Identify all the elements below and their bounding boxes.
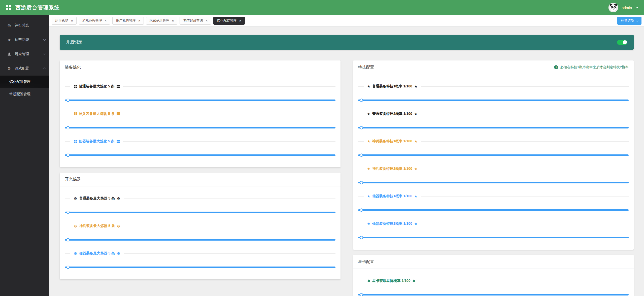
slider-handle[interactable] [360,293,363,296]
star-icon: ★ [414,194,418,198]
card-body: 普通装备最大炼化 5 条 神兵装备最大炼化 5 条 仙器 [60,74,341,167]
slider-handle[interactable] [360,99,363,102]
main-area: 运行总览 × 游戏公告管理 × 推广礼包管理 × 玩家信息管理 × 充值记录查询… [49,15,644,296]
slider-handle[interactable] [360,236,363,239]
tab-refine-config[interactable]: 炼化配置管理 × [213,17,245,25]
tab-close-icon[interactable]: × [138,19,140,22]
app-header: 西游后台管理系统 admin [0,0,644,15]
slider-label-divider: ★ 普通装备特技2概率 1/100 ★ [358,111,629,116]
gear-icon: ⚙ [117,224,120,228]
slider-xianqi-max-refine[interactable] [65,153,335,157]
slider-label-divider: ⚙ 普通装备最大炼器 5 条 ⚙ [65,196,335,201]
tab-close-icon[interactable]: × [71,19,73,22]
slider-star-card-matrix-rate[interactable] [358,293,629,296]
toggle-knob [623,40,627,44]
slider-track [358,127,629,128]
gear-icon: ⚙ [117,252,120,255]
slider-shenbing-max-refine[interactable] [65,126,335,129]
avatar [608,3,618,12]
slider-normal-max-lianqi[interactable] [65,211,335,214]
content-scroll-area[interactable]: 开启锁定 装备炼化 i 普通装备最大炼化 5 条 [49,26,644,296]
slider-shenbing-skill2-rate[interactable] [358,181,629,184]
th-large-icon [117,140,120,143]
star-icon: ★ [414,222,418,225]
slider-handle[interactable] [360,154,363,157]
sidebar-item-operations[interactable]: ★运营功能 [0,32,49,47]
frame: ◎运行总览★运营功能玩家管理⚙游戏配置炼化配置管理常规配置管理 运行总览 × 游… [0,15,644,296]
slider-label-divider: 仙器装备最大炼化 5 条 [65,139,335,144]
star-icon: ★ [367,112,370,116]
slider-label-divider: ★ 普通装备特技1概率 1/100 ★ [358,84,629,89]
slider-shenbing-max-lianqi[interactable] [65,238,335,242]
slider-handle[interactable] [360,209,363,212]
slider-handle[interactable] [66,238,70,242]
tab-close-icon[interactable]: × [172,19,174,22]
tab-promo-packs[interactable]: 推广礼包管理 × [112,17,144,25]
card-note: i 必须在特技1概率命中之后才会判定特技2概率 [554,65,629,70]
sidebar-item-label: 运行总览 [15,23,29,28]
tab-game-announcements[interactable]: 游戏公告管理 × [79,17,110,25]
bell-icon [367,279,370,283]
slider-track [65,212,335,213]
sidebar-item-label: 运营功能 [15,38,29,42]
card-body: ★ 普通装备特技1概率 1/100 ★ ★ 普通装备特技2概率 1/100 ★ [353,74,634,250]
card-header: 星卡配置 i [353,255,634,269]
sidebar: ◎运行总览★运营功能玩家管理⚙游戏配置炼化配置管理常规配置管理 [0,15,49,296]
slider-label-divider: ⚙ 神兵装备最大炼器 5 条 ⚙ [65,223,335,228]
card-body: 星卡获取星阵概率 1/100 [353,269,634,296]
slider-handle[interactable] [360,126,363,129]
star-icon: ★ [367,140,370,143]
slider-group-normal-skill1-rate: ★ 普通装备特技1概率 1/100 ★ [358,84,629,102]
tab-player-info[interactable]: 玩家信息管理 × [146,17,178,25]
tab-options-button[interactable]: 标签选项 [617,17,641,25]
slider-normal-max-refine[interactable] [65,98,335,102]
slider-xianqi-skill2-rate[interactable] [358,236,629,239]
tab-overview[interactable]: 运行总览 × [52,17,77,25]
slider-xianqi-skill1-rate[interactable] [358,208,629,212]
slider-group-shenbing-max-refine: 神兵装备最大炼化 5 条 [65,111,335,129]
slider-label: 仙器装备特技2概率 1/100 [372,221,412,226]
slider-handle[interactable] [66,266,70,269]
tab-close-icon[interactable]: × [206,19,208,22]
slider-normal-skill2-rate[interactable] [358,126,629,129]
slider-group-xianqi-max-lianqi: ⚙ 仙器装备最大炼器 5 条 ⚙ [65,251,335,269]
card-note-text: 必须在特技1概率命中之后才会判定特技2概率 [560,65,629,70]
card-body: ⚙ 普通装备最大炼器 5 条 ⚙ ⚙ 神兵装备最大炼器 5 条 ⚙ [60,186,341,279]
gear-icon: ⚙ [74,197,77,201]
slider-xianqi-max-lianqi[interactable] [65,266,335,269]
slider-shenbing-skill1-rate[interactable] [358,153,629,157]
user-menu[interactable]: admin [608,3,638,12]
tab-bar: 运行总览 × 游戏公告管理 × 推广礼包管理 × 玩家信息管理 × 充值记录查询… [49,15,644,26]
sidebar-subitem-refine-config[interactable]: 炼化配置管理 [0,76,49,88]
sidebar-subitem-general-config[interactable]: 常规配置管理 [0,88,49,100]
star-icon: ★ [7,38,12,42]
tab-close-icon[interactable]: × [239,19,241,22]
sidebar-item-overview[interactable]: ◎运行总览 [0,18,49,32]
app-title: 西游后台管理系统 [15,4,60,11]
slider-label: 星卡获取星阵概率 1/100 [372,279,411,283]
slider-normal-skill1-rate[interactable] [358,98,629,102]
slider-handle[interactable] [66,211,70,214]
slider-label: 普通装备最大炼化 5 条 [79,84,115,89]
slider-group-xianqi-skill1-rate: ★ 仙器装备特技1概率 1/100 ★ [358,194,629,212]
lock-banner-label: 开启锁定 [66,40,82,45]
tab-label: 游戏公告管理 [82,18,102,23]
slider-label-divider: ★ 仙器装备特技1概率 1/100 ★ [358,194,629,199]
slider-handle[interactable] [66,99,70,102]
slider-handle[interactable] [66,154,70,157]
slider-group-normal-skill2-rate: ★ 普通装备特技2概率 1/100 ★ [358,111,629,129]
slider-handle[interactable] [360,181,363,184]
card-header: 开光炼器 i [60,173,341,186]
slider-track [65,267,335,268]
slider-handle[interactable] [66,126,70,129]
slider-track [358,209,629,211]
lock-toggle[interactable] [617,40,627,45]
tab-close-icon[interactable]: × [105,19,107,22]
right-column: 特技配置 i 必须在特技1概率命中之后才会判定特技2概率 ★ 普通装备特技1概率… [353,60,634,296]
sidebar-item-game-config[interactable]: ⚙游戏配置 [0,61,49,76]
slider-group-xianqi-max-refine: 仙器装备最大炼化 5 条 [65,139,335,157]
tab-recharge-records[interactable]: 充值记录查询 × [180,17,211,25]
star-icon: ★ [414,140,418,143]
slider-label: 普通装备特技2概率 1/100 [372,112,412,116]
sidebar-item-player-management[interactable]: 玩家管理 [0,47,49,61]
